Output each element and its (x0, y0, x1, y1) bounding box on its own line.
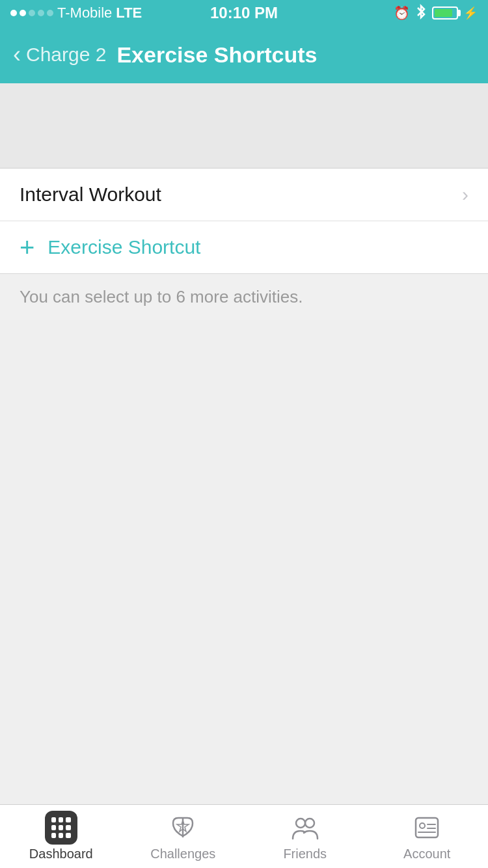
tab-bar: Dashboard Challenges Friends (0, 804, 488, 868)
interval-workout-label: Interval Workout (20, 183, 161, 206)
grid-dot-9 (66, 833, 70, 838)
back-button[interactable]: ‹ Charge 2 (13, 43, 106, 66)
page-title: Exercise Shortcuts (116, 42, 317, 68)
signal-dots (10, 10, 53, 16)
tab-challenges[interactable]: Challenges (122, 805, 245, 868)
back-label: Charge 2 (26, 44, 106, 66)
svg-point-2 (305, 819, 314, 828)
battery-body (432, 7, 458, 20)
nav-header: ‹ Charge 2 Exercise Shortcuts (0, 26, 488, 83)
battery-indicator: ⚡ (432, 6, 478, 20)
status-left: T-Mobile LTE (10, 5, 142, 21)
account-icon (411, 811, 443, 844)
interval-workout-item[interactable]: Interval Workout › (0, 169, 488, 221)
signal-dot-5 (47, 10, 53, 16)
signal-dot-1 (10, 10, 17, 16)
grid-dot-2 (59, 817, 63, 822)
status-bar: T-Mobile LTE 10:10 PM ⏰ ⚡ (0, 0, 488, 26)
tab-friends-label: Friends (283, 847, 327, 861)
grid-dot-6 (66, 825, 70, 830)
grid-dot-7 (51, 833, 56, 838)
back-chevron-icon: ‹ (13, 43, 21, 66)
friends-icon (289, 811, 321, 844)
battery-fill (435, 9, 452, 17)
carrier-label: T-Mobile (57, 5, 112, 21)
add-shortcut-label: Exercise Shortcut (47, 236, 200, 258)
battery-bolt-icon: ⚡ (463, 6, 478, 20)
grid-dot-8 (59, 833, 63, 838)
add-shortcut-row[interactable]: + Exercise Shortcut (0, 221, 488, 273)
signal-dot-4 (38, 10, 44, 16)
time-display: 10:10 PM (210, 4, 278, 22)
svg-point-1 (296, 819, 305, 828)
tab-dashboard[interactable]: Dashboard (0, 805, 122, 868)
content-area: Interval Workout › + Exercise Shortcut (0, 168, 488, 273)
grid-dot-5 (59, 825, 63, 830)
main-content: Interval Workout › + Exercise Shortcut Y… (0, 83, 488, 804)
account-svg-icon (412, 813, 442, 843)
alarm-icon: ⏰ (394, 5, 410, 21)
tab-friends[interactable]: Friends (244, 805, 366, 868)
tab-account[interactable]: Account (366, 805, 489, 868)
info-section: You can select up to 6 more activities. (0, 273, 488, 320)
friends-svg-icon (290, 813, 320, 843)
tab-account-label: Account (403, 847, 450, 861)
grid-dot-4 (51, 825, 56, 830)
challenges-icon (167, 811, 199, 844)
grid-dot-1 (51, 817, 56, 822)
dashboard-icon (45, 811, 77, 844)
signal-dot-2 (20, 10, 26, 16)
chevron-right-icon: › (462, 183, 468, 206)
dashboard-grid-icon (45, 811, 77, 845)
signal-dot-3 (29, 10, 35, 16)
info-text: You can select up to 6 more activities. (20, 287, 303, 306)
challenges-svg-icon (168, 813, 198, 843)
svg-point-4 (420, 823, 425, 828)
bluetooth-icon (415, 4, 427, 23)
gray-fill-area (0, 320, 488, 776)
status-right: ⏰ ⚡ (394, 4, 478, 23)
plus-icon: + (20, 234, 34, 260)
tab-challenges-label: Challenges (150, 847, 215, 861)
grid-dot-3 (66, 817, 70, 822)
network-label: LTE (116, 5, 142, 21)
tab-dashboard-label: Dashboard (29, 847, 93, 861)
spacer-area (0, 83, 488, 168)
